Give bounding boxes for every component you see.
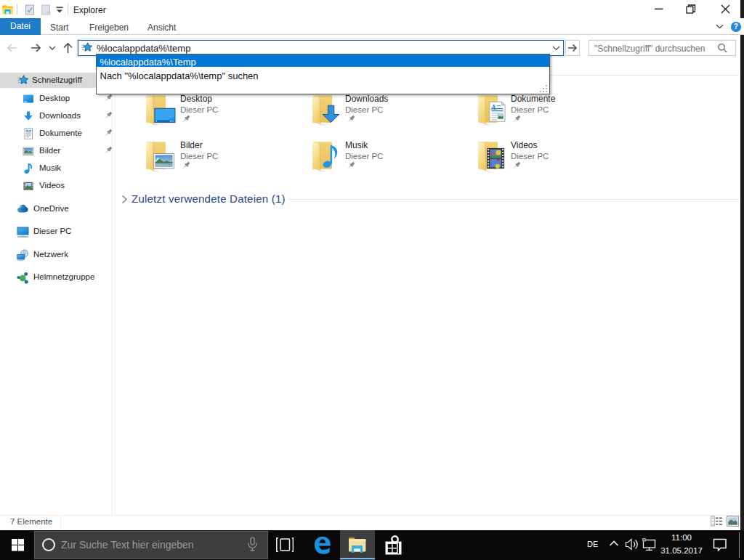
svg-text:A: A xyxy=(490,104,496,111)
